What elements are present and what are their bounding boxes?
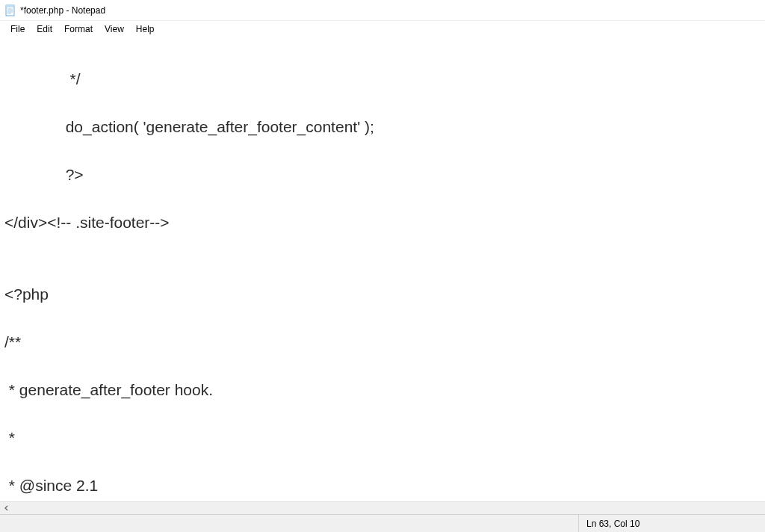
window-title: *footer.php - Notepad <box>20 5 105 16</box>
menu-edit[interactable]: Edit <box>31 22 58 36</box>
code-line: */ <box>4 67 761 91</box>
code-line: <?php <box>4 282 761 306</box>
code-line: * generate_after_footer hook. <box>4 378 761 402</box>
text-editor-area[interactable]: */ do_action( 'generate_after_footer_con… <box>0 37 765 501</box>
horizontal-scrollbar[interactable] <box>0 501 765 514</box>
notepad-icon <box>4 4 16 16</box>
code-line: </div><!-- .site-footer--> <box>4 211 761 235</box>
code-line: do_action( 'generate_after_footer_conten… <box>4 115 761 139</box>
menu-bar: File Edit Format View Help <box>0 21 765 37</box>
window-titlebar: *footer.php - Notepad <box>0 0 765 21</box>
menu-file[interactable]: File <box>4 22 31 36</box>
scroll-left-arrow-icon[interactable] <box>0 502 13 515</box>
menu-format[interactable]: Format <box>58 22 99 36</box>
code-line: * <box>4 426 761 450</box>
menu-view[interactable]: View <box>99 22 130 36</box>
status-bar: Ln 63, Col 10 <box>0 514 765 532</box>
code-line: /** <box>4 330 761 354</box>
code-line: * @since 2.1 <box>4 474 761 498</box>
svg-rect-2 <box>6 5 14 7</box>
status-cursor-position: Ln 63, Col 10 <box>578 515 683 532</box>
menu-help[interactable]: Help <box>130 22 161 36</box>
code-line: ?> <box>4 163 761 187</box>
